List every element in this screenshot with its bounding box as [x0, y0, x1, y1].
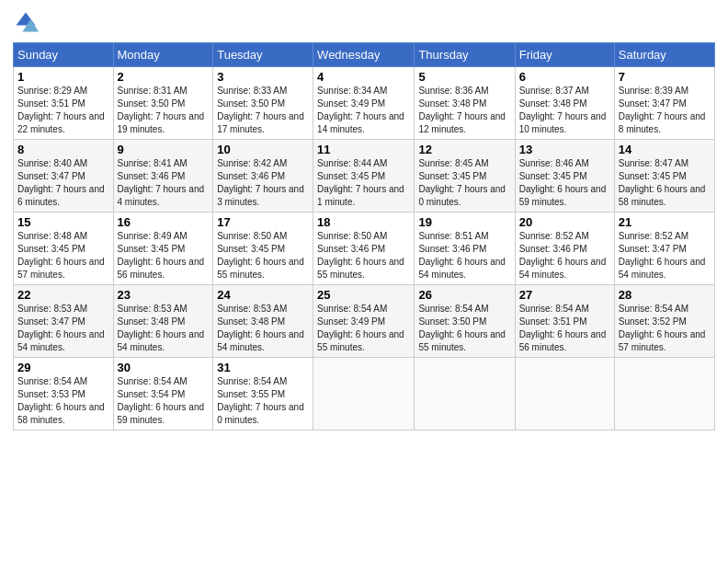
- calendar-day-cell: 30 Sunrise: 8:54 AMSunset: 3:54 PMDaylig…: [113, 358, 213, 431]
- day-info: Sunrise: 8:47 AMSunset: 3:45 PMDaylight:…: [619, 158, 706, 207]
- day-info: Sunrise: 8:37 AMSunset: 3:48 PMDaylight:…: [519, 86, 607, 134]
- calendar-week-row: 15 Sunrise: 8:48 AMSunset: 3:45 PMDaylig…: [14, 213, 715, 285]
- day-info: Sunrise: 8:53 AMSunset: 3:48 PMDaylight:…: [118, 304, 205, 352]
- day-info: Sunrise: 8:33 AMSunset: 3:50 PMDaylight:…: [217, 86, 304, 134]
- calendar-day-cell: 27 Sunrise: 8:54 AMSunset: 3:51 PMDaylig…: [515, 285, 614, 358]
- day-info: Sunrise: 8:54 AMSunset: 3:51 PMDaylight:…: [519, 304, 607, 352]
- day-info: Sunrise: 8:54 AMSunset: 3:55 PMDaylight:…: [217, 376, 304, 425]
- day-info: Sunrise: 8:29 AMSunset: 3:51 PMDaylight:…: [17, 86, 105, 134]
- day-number: 9: [118, 143, 210, 156]
- calendar-day-cell: 5 Sunrise: 8:36 AMSunset: 3:48 PMDayligh…: [415, 67, 515, 140]
- calendar-day-cell: 2 Sunrise: 8:31 AMSunset: 3:50 PMDayligh…: [113, 67, 213, 140]
- day-info: Sunrise: 8:51 AMSunset: 3:46 PMDaylight:…: [418, 231, 506, 280]
- calendar-day-cell: 24 Sunrise: 8:53 AMSunset: 3:48 PMDaylig…: [213, 285, 313, 358]
- day-number: 4: [317, 70, 410, 84]
- day-info: Sunrise: 8:54 AMSunset: 3:52 PMDaylight:…: [619, 304, 706, 352]
- day-number: 31: [217, 361, 309, 374]
- day-number: 2: [118, 70, 210, 84]
- day-number: 14: [619, 143, 711, 156]
- day-number: 26: [418, 288, 510, 302]
- calendar-day-cell: 26 Sunrise: 8:54 AMSunset: 3:50 PMDaylig…: [415, 285, 515, 358]
- calendar-day-cell: [313, 358, 415, 431]
- calendar-day-cell: [614, 358, 714, 431]
- day-info: Sunrise: 8:54 AMSunset: 3:50 PMDaylight:…: [418, 304, 506, 352]
- day-info: Sunrise: 8:44 AMSunset: 3:45 PMDaylight:…: [317, 158, 404, 207]
- calendar-week-row: 8 Sunrise: 8:40 AMSunset: 3:47 PMDayligh…: [14, 140, 715, 213]
- weekday-header: Friday: [515, 43, 614, 67]
- day-info: Sunrise: 8:54 AMSunset: 3:49 PMDaylight:…: [317, 304, 404, 352]
- day-number: 18: [317, 215, 410, 229]
- day-number: 28: [619, 288, 711, 302]
- header-row: SundayMondayTuesdayWednesdayThursdayFrid…: [14, 43, 715, 67]
- day-number: 22: [17, 288, 109, 302]
- day-info: Sunrise: 8:31 AMSunset: 3:50 PMDaylight:…: [118, 86, 205, 134]
- weekday-header: Sunday: [14, 43, 114, 67]
- calendar-week-row: 22 Sunrise: 8:53 AMSunset: 3:47 PMDaylig…: [14, 285, 715, 358]
- day-number: 6: [519, 70, 610, 84]
- day-info: Sunrise: 8:46 AMSunset: 3:45 PMDaylight:…: [519, 158, 607, 207]
- calendar-day-cell: 10 Sunrise: 8:42 AMSunset: 3:46 PMDaylig…: [213, 140, 313, 213]
- day-number: 17: [217, 215, 309, 229]
- calendar-day-cell: 31 Sunrise: 8:54 AMSunset: 3:55 PMDaylig…: [213, 358, 313, 431]
- day-info: Sunrise: 8:50 AMSunset: 3:45 PMDaylight:…: [217, 231, 304, 280]
- day-info: Sunrise: 8:40 AMSunset: 3:47 PMDaylight:…: [17, 158, 105, 207]
- day-info: Sunrise: 8:36 AMSunset: 3:48 PMDaylight:…: [418, 86, 506, 134]
- weekday-header: Saturday: [614, 43, 714, 67]
- weekday-header: Thursday: [415, 43, 515, 67]
- calendar-table: SundayMondayTuesdayWednesdayThursdayFrid…: [13, 42, 715, 431]
- calendar-week-row: 1 Sunrise: 8:29 AMSunset: 3:51 PMDayligh…: [14, 67, 715, 140]
- header: [13, 9, 715, 35]
- calendar-day-cell: 12 Sunrise: 8:45 AMSunset: 3:45 PMDaylig…: [415, 140, 515, 213]
- day-number: 3: [217, 70, 309, 84]
- calendar-day-cell: 3 Sunrise: 8:33 AMSunset: 3:50 PMDayligh…: [213, 67, 313, 140]
- logo-icon: [13, 9, 39, 35]
- calendar-day-cell: 11 Sunrise: 8:44 AMSunset: 3:45 PMDaylig…: [313, 140, 415, 213]
- calendar-week-row: 29 Sunrise: 8:54 AMSunset: 3:53 PMDaylig…: [14, 358, 715, 431]
- day-number: 5: [418, 70, 510, 84]
- weekday-header: Monday: [113, 43, 213, 67]
- calendar-day-cell: 25 Sunrise: 8:54 AMSunset: 3:49 PMDaylig…: [313, 285, 415, 358]
- calendar-day-cell: 9 Sunrise: 8:41 AMSunset: 3:46 PMDayligh…: [113, 140, 213, 213]
- calendar-container: SundayMondayTuesdayWednesdayThursdayFrid…: [0, 0, 728, 563]
- day-number: 21: [619, 215, 711, 229]
- calendar-day-cell: 22 Sunrise: 8:53 AMSunset: 3:47 PMDaylig…: [14, 285, 114, 358]
- day-number: 8: [17, 143, 109, 156]
- calendar-day-cell: 28 Sunrise: 8:54 AMSunset: 3:52 PMDaylig…: [614, 285, 714, 358]
- day-number: 29: [17, 361, 109, 374]
- calendar-day-cell: 13 Sunrise: 8:46 AMSunset: 3:45 PMDaylig…: [515, 140, 614, 213]
- day-number: 13: [519, 143, 610, 156]
- day-number: 20: [519, 215, 610, 229]
- day-info: Sunrise: 8:54 AMSunset: 3:54 PMDaylight:…: [118, 376, 205, 425]
- weekday-header: Wednesday: [313, 43, 415, 67]
- day-number: 30: [118, 361, 210, 374]
- calendar-day-cell: 14 Sunrise: 8:47 AMSunset: 3:45 PMDaylig…: [614, 140, 714, 213]
- day-info: Sunrise: 8:50 AMSunset: 3:46 PMDaylight:…: [317, 231, 404, 280]
- calendar-day-cell: 20 Sunrise: 8:52 AMSunset: 3:46 PMDaylig…: [515, 213, 614, 285]
- logo: [13, 9, 40, 35]
- calendar-day-cell: [415, 358, 515, 431]
- day-info: Sunrise: 8:53 AMSunset: 3:47 PMDaylight:…: [17, 304, 105, 352]
- day-number: 23: [118, 288, 210, 302]
- calendar-day-cell: 17 Sunrise: 8:50 AMSunset: 3:45 PMDaylig…: [213, 213, 313, 285]
- day-number: 10: [217, 143, 309, 156]
- day-info: Sunrise: 8:39 AMSunset: 3:47 PMDaylight:…: [619, 86, 706, 134]
- day-number: 12: [418, 143, 510, 156]
- calendar-day-cell: 1 Sunrise: 8:29 AMSunset: 3:51 PMDayligh…: [14, 67, 114, 140]
- calendar-day-cell: 19 Sunrise: 8:51 AMSunset: 3:46 PMDaylig…: [415, 213, 515, 285]
- day-info: Sunrise: 8:52 AMSunset: 3:47 PMDaylight:…: [619, 231, 706, 280]
- day-info: Sunrise: 8:42 AMSunset: 3:46 PMDaylight:…: [217, 158, 304, 207]
- day-info: Sunrise: 8:48 AMSunset: 3:45 PMDaylight:…: [17, 231, 105, 280]
- day-info: Sunrise: 8:34 AMSunset: 3:49 PMDaylight:…: [317, 86, 404, 134]
- weekday-header: Tuesday: [213, 43, 313, 67]
- calendar-day-cell: 8 Sunrise: 8:40 AMSunset: 3:47 PMDayligh…: [14, 140, 114, 213]
- day-info: Sunrise: 8:54 AMSunset: 3:53 PMDaylight:…: [17, 376, 105, 425]
- calendar-day-cell: 15 Sunrise: 8:48 AMSunset: 3:45 PMDaylig…: [14, 213, 114, 285]
- calendar-day-cell: 16 Sunrise: 8:49 AMSunset: 3:45 PMDaylig…: [113, 213, 213, 285]
- day-info: Sunrise: 8:45 AMSunset: 3:45 PMDaylight:…: [418, 158, 506, 207]
- day-info: Sunrise: 8:49 AMSunset: 3:45 PMDaylight:…: [118, 231, 205, 280]
- calendar-day-cell: 7 Sunrise: 8:39 AMSunset: 3:47 PMDayligh…: [614, 67, 714, 140]
- calendar-day-cell: 4 Sunrise: 8:34 AMSunset: 3:49 PMDayligh…: [313, 67, 415, 140]
- calendar-day-cell: 18 Sunrise: 8:50 AMSunset: 3:46 PMDaylig…: [313, 213, 415, 285]
- calendar-day-cell: 21 Sunrise: 8:52 AMSunset: 3:47 PMDaylig…: [614, 213, 714, 285]
- day-number: 27: [519, 288, 610, 302]
